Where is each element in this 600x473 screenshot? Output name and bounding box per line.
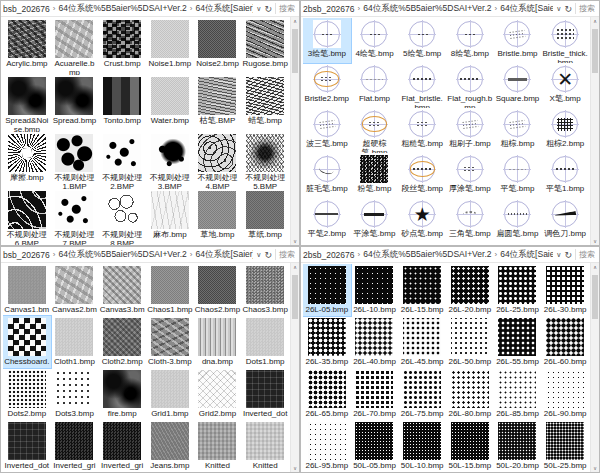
file-item[interactable]: 厚涂笔.bmp bbox=[446, 153, 494, 198]
file-item[interactable]: 26L-65.bmp bbox=[303, 368, 351, 420]
file-item[interactable]: fire.bmp bbox=[98, 368, 146, 420]
file-item[interactable]: 枯笔.BMP bbox=[194, 75, 242, 132]
scroll-up-arrow-icon[interactable]: ∧ bbox=[291, 263, 299, 271]
file-item[interactable]: Canvas3.bmp bbox=[98, 264, 146, 316]
file-item[interactable]: 平笔1.bmp bbox=[541, 153, 589, 198]
file-item[interactable]: Chessboard.bmP bbox=[3, 316, 51, 368]
file-item[interactable]: 脏毛笔.bmp bbox=[303, 153, 351, 198]
file-item[interactable]: Acrylic.bmp bbox=[3, 18, 51, 75]
file-item[interactable]: 26L-25.bmp bbox=[494, 264, 542, 316]
file-item[interactable]: Cloth-3.bmp bbox=[146, 316, 194, 368]
scrollbar[interactable]: ∧ ∨ bbox=[290, 17, 299, 245]
file-item[interactable]: 26L-10.bmp bbox=[351, 264, 399, 316]
file-item[interactable]: 3绘笔.bmp bbox=[303, 18, 351, 63]
file-item[interactable]: 50L-20.bmp bbox=[494, 420, 542, 472]
search-box[interactable]: 搜索 bbox=[575, 3, 597, 14]
file-item[interactable]: Cloth2.bmp bbox=[98, 316, 146, 368]
scroll-down-arrow-icon[interactable]: ∨ bbox=[591, 237, 599, 245]
file-item[interactable]: 8绘笔.bmp bbox=[446, 18, 494, 63]
scroll-up-arrow-icon[interactable]: ∧ bbox=[291, 17, 299, 25]
file-item[interactable]: 50L-10.bmp bbox=[398, 420, 446, 472]
file-item[interactable]: Spread.bmp bbox=[51, 75, 99, 132]
file-item[interactable]: 26L-85.bmp bbox=[494, 368, 542, 420]
file-item[interactable]: Dots3.bmp bbox=[51, 368, 99, 420]
file-item[interactable]: 26L-50.bmp bbox=[446, 316, 494, 368]
file-item[interactable]: 26L-15.bmp bbox=[398, 264, 446, 316]
refresh-icon[interactable]: ↻ bbox=[564, 4, 572, 14]
file-item[interactable]: 不规则处理 1.BMP bbox=[51, 132, 99, 189]
file-item[interactable]: 粗刷子.bmp bbox=[446, 108, 494, 153]
file-item[interactable]: Water.bmp bbox=[146, 75, 194, 132]
file-item[interactable]: 草纸.bmp bbox=[241, 189, 289, 245]
file-item[interactable]: Grid2.bmp bbox=[194, 368, 242, 420]
file-item[interactable]: Inverted_grid1.bmp bbox=[51, 420, 99, 472]
file-item[interactable]: 26L-35.bmp bbox=[303, 316, 351, 368]
file-item[interactable]: 不规则处理 5.BMP bbox=[241, 132, 289, 189]
search-box[interactable]: 搜索 bbox=[275, 249, 297, 260]
chevron-down-icon[interactable]: ∨ bbox=[556, 5, 561, 13]
file-item[interactable]: Cloth1.bmp bbox=[51, 316, 99, 368]
file-item[interactable]: Flat_bristle.bmp bbox=[398, 63, 446, 108]
breadcrumb-segment[interactable]: 2bsb_202676 bbox=[303, 250, 355, 260]
file-item[interactable]: Spread&Noise.bmp bbox=[3, 75, 51, 132]
breadcrumb-segment[interactable]: bsb_202676 bbox=[3, 4, 50, 14]
file-item[interactable]: dna.bmp bbox=[194, 316, 242, 368]
breadcrumb-segment[interactable]: 64位系统%5B5aier%5DSAI+Ver.2 bbox=[58, 249, 186, 261]
file-item[interactable]: 不规则处理 3.BMP bbox=[146, 132, 194, 189]
file-item[interactable]: Chaos3.bmp bbox=[241, 264, 289, 316]
breadcrumb-segment[interactable]: 64位系统[Saier]SAI Ver.2 bbox=[195, 249, 253, 261]
file-item[interactable]: Square.bmp bbox=[494, 63, 542, 108]
refresh-icon[interactable]: ↻ bbox=[264, 250, 272, 260]
file-item[interactable]: 粗糙笔.bmp bbox=[398, 108, 446, 153]
breadcrumb-segment[interactable]: 64位系统[Saier]SAI Ver.2 bbox=[500, 3, 553, 15]
file-item[interactable]: Canvas2.bmp bbox=[51, 264, 99, 316]
file-item[interactable]: ✕X笔.bmp bbox=[541, 63, 589, 108]
file-item[interactable]: 不规则处理 4.BMP bbox=[194, 132, 242, 189]
file-item[interactable]: 26L-80.bmp bbox=[446, 368, 494, 420]
file-item[interactable]: Flat.bmp bbox=[351, 63, 399, 108]
file-item[interactable]: 26L-40.bmp bbox=[351, 316, 399, 368]
file-item[interactable]: 26L-95.bmp bbox=[303, 420, 351, 472]
file-item[interactable]: Bristle2.bmp bbox=[303, 63, 351, 108]
breadcrumb-segment[interactable]: 64位系统%5B5aier%5DSAI+Ver.2 bbox=[58, 3, 186, 15]
file-item[interactable]: Dots2.bmp bbox=[3, 368, 51, 420]
file-item[interactable]: Canvas1.bmp bbox=[3, 264, 51, 316]
refresh-icon[interactable]: ↻ bbox=[264, 4, 272, 14]
file-item[interactable]: 26L-70.bmp bbox=[351, 368, 399, 420]
file-item[interactable]: ★砂点笔.bmp bbox=[398, 198, 446, 243]
file-item[interactable]: 麻布.bmp bbox=[146, 189, 194, 245]
file-item[interactable]: 三角笔.bmp bbox=[446, 198, 494, 243]
breadcrumb-segment[interactable]: 64位系统%5B5aier%5DSAI+Ver.2 bbox=[363, 3, 491, 15]
file-item[interactable]: 不规则处理 6.BMP bbox=[3, 189, 51, 245]
file-item[interactable]: 不规则处理 8.BMP bbox=[98, 189, 146, 245]
scroll-down-arrow-icon[interactable]: ∨ bbox=[591, 464, 599, 472]
file-item[interactable]: 段丝笔.bmp bbox=[398, 153, 446, 198]
file-item[interactable]: 不规则处理 7.BMP bbox=[51, 189, 99, 245]
file-item[interactable]: Knitted cloth1.bmp bbox=[194, 420, 242, 472]
file-item[interactable]: Noise2.bmp bbox=[194, 18, 242, 75]
chevron-down-icon[interactable]: ∨ bbox=[256, 5, 261, 13]
file-item[interactable]: Inverted_grid2.bmp bbox=[98, 420, 146, 472]
file-item[interactable]: 26L-60.bmp bbox=[541, 316, 589, 368]
scroll-up-arrow-icon[interactable]: ∧ bbox=[591, 263, 599, 271]
file-item[interactable]: Acuarelle.bmp bbox=[51, 18, 99, 75]
scrollbar-thumb[interactable] bbox=[292, 275, 298, 319]
file-item[interactable]: 26L-05.bmp bbox=[303, 264, 351, 316]
file-item[interactable]: 草地.bmp bbox=[194, 189, 242, 245]
breadcrumb-segment[interactable]: 2bsb_202676 bbox=[303, 4, 355, 14]
chevron-down-icon[interactable]: ∨ bbox=[556, 251, 561, 259]
scrollbar-thumb[interactable] bbox=[592, 29, 598, 73]
file-item[interactable]: 扁圆笔.bmp bbox=[494, 198, 542, 243]
breadcrumb-segment[interactable]: 64位系统[Saier]SAI Ver.2 bbox=[500, 249, 553, 261]
file-item[interactable]: Chaos2.bmp bbox=[194, 264, 242, 316]
file-item[interactable]: Flat_rough.bmp bbox=[446, 63, 494, 108]
file-item[interactable]: Tonto.bmp bbox=[98, 75, 146, 132]
file-item[interactable]: 4绘笔.bmp bbox=[351, 18, 399, 63]
file-item[interactable]: 50L-05.bmp bbox=[351, 420, 399, 472]
file-item[interactable]: Grid1.bmp bbox=[146, 368, 194, 420]
file-item[interactable]: 50L-15.bmp bbox=[446, 420, 494, 472]
file-item[interactable]: Knitted cloth2.bmp bbox=[241, 420, 289, 472]
file-item[interactable]: Noise1.bmp bbox=[146, 18, 194, 75]
scrollbar[interactable]: ∧ ∨ bbox=[590, 17, 599, 245]
file-item[interactable]: 26L-45.bmp bbox=[398, 316, 446, 368]
